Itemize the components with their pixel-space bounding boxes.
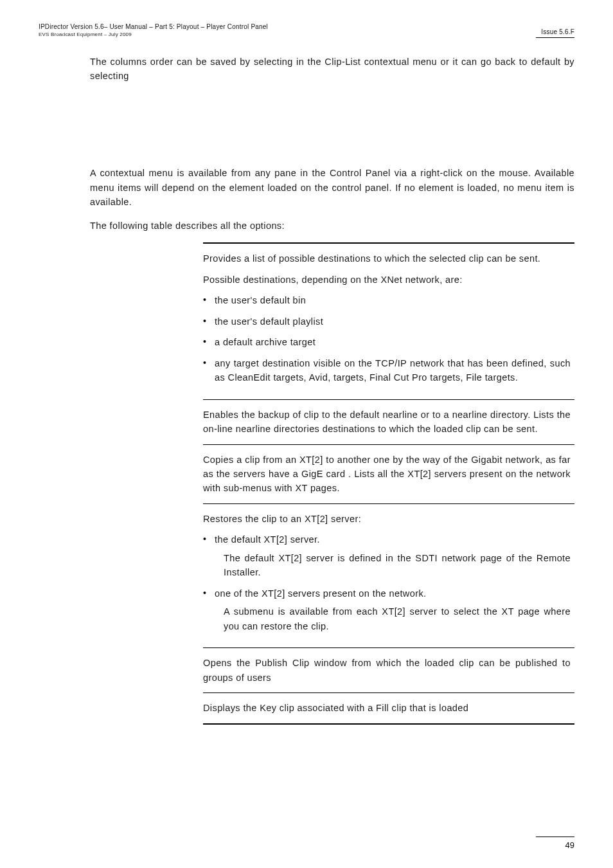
page-content: The columns order can be saved by select… — [90, 55, 574, 725]
running-head-left: IPDirector Version 5.6– User Manual – Pa… — [39, 23, 268, 38]
table-row: Restores the clip to an XT[2] server: th… — [90, 503, 574, 647]
list-item: one of the XT[2] servers present on the … — [203, 586, 571, 633]
list-item: any target destination visible on the TC… — [203, 356, 571, 385]
list-item-text: one of the XT[2] servers present on the … — [215, 588, 427, 599]
row-text: Opens the Publish Clip window from which… — [203, 656, 571, 685]
row-text: Restores the clip to an XT[2] server: — [203, 512, 571, 526]
list-item-sub: The default XT[2] server is defined in t… — [215, 551, 571, 580]
table-row: Copies a clip from an XT[2] to another o… — [90, 444, 574, 503]
intro-paragraph-2: A contextual menu is available from any … — [90, 166, 574, 209]
options-table: Provides a list of possible destinations… — [90, 242, 574, 724]
row-text: Displays the Key clip associated with a … — [203, 701, 571, 715]
row-text: Enables the backup of clip to the defaul… — [203, 408, 571, 437]
issue-label: Issue 5.6.F — [541, 28, 574, 38]
list-item-sub: A submenu is available from each XT[2] s… — [215, 604, 571, 633]
list-item: the user's default playlist — [203, 314, 571, 329]
row-text: Possible destinations, depending on the … — [203, 273, 571, 287]
page-number: 49 — [565, 840, 574, 850]
row-text: Copies a clip from an XT[2] to another o… — [203, 453, 571, 496]
doc-title: IPDirector Version 5.6– User Manual – Pa… — [39, 23, 268, 32]
doc-subtitle: EVS Broadcast Equipment – July 2009 — [39, 32, 268, 38]
table-row: Enables the backup of clip to the defaul… — [90, 399, 574, 444]
table-row: Displays the Key clip associated with a … — [90, 693, 574, 724]
intro-paragraph-3: The following table describes all the op… — [90, 219, 574, 233]
table-row: Opens the Publish Clip window from which… — [90, 648, 574, 693]
list-item: the default XT[2] server. The default XT… — [203, 532, 571, 579]
table-row: Provides a list of possible destinations… — [90, 243, 574, 399]
list-item: a default archive target — [203, 335, 571, 349]
running-head: IPDirector Version 5.6– User Manual – Pa… — [39, 23, 574, 38]
row-text: Provides a list of possible destinations… — [203, 251, 571, 266]
list-item: the user's default bin — [203, 293, 571, 307]
intro-paragraph-1: The columns order can be saved by select… — [90, 55, 574, 84]
list-item-text: the default XT[2] server. — [215, 534, 320, 545]
